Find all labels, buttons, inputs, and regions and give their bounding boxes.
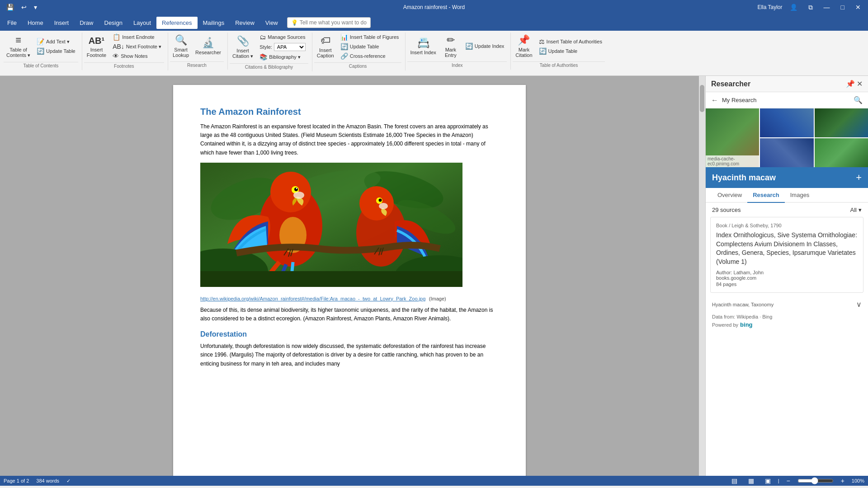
status-right: ▤ ▦ ▣ | − + 100% bbox=[728, 476, 864, 485]
menu-design[interactable]: Design bbox=[99, 17, 128, 29]
source-website: books.google.com bbox=[716, 275, 858, 281]
menu-home[interactable]: Home bbox=[22, 17, 49, 29]
view-print-button[interactable]: ▤ bbox=[728, 476, 741, 485]
minimize-button[interactable]: — bbox=[820, 3, 834, 12]
cross-reference-button[interactable]: 🔗 Cross-reference bbox=[338, 52, 402, 61]
powered-by-text: Powered by bbox=[712, 322, 738, 328]
smart-lookup-label: SmartLookup bbox=[173, 47, 189, 58]
update-table-authorities-button[interactable]: 🔄 Update Table bbox=[536, 47, 605, 56]
update-table-toc-icon: 🔄 bbox=[37, 47, 44, 55]
source-author: Author: Latham, John bbox=[716, 270, 858, 275]
researcher-header: Researcher 📌 ✕ bbox=[706, 76, 868, 92]
footnotes-buttons: AB¹ InsertFootnote 📋 Insert Endnote AB↓ … bbox=[84, 33, 164, 61]
update-index-button[interactable]: 🔄 Update Index bbox=[462, 42, 507, 51]
style-selector[interactable]: Style: APA MLA Chicago bbox=[257, 42, 308, 52]
mark-citation-button[interactable]: 📌 MarkCitation bbox=[513, 33, 535, 60]
menu-file[interactable]: File bbox=[2, 17, 22, 29]
subject-add-button[interactable]: + bbox=[856, 172, 862, 183]
menu-layout[interactable]: Layout bbox=[128, 17, 156, 29]
tags-expand-icon[interactable]: ∨ bbox=[856, 300, 862, 309]
update-table-captions-label: Update Table bbox=[350, 44, 379, 49]
researcher-search-button[interactable]: 🔍 bbox=[854, 96, 863, 104]
svg-rect-19 bbox=[200, 271, 462, 287]
menu-insert[interactable]: Insert bbox=[49, 17, 75, 29]
image-link[interactable]: http://en.wikipedia.org/wiki/Amazon_rain… bbox=[200, 296, 425, 301]
next-footnote-label: Next Footnote ▾ bbox=[126, 44, 161, 50]
insert-index-label: Insert Index bbox=[410, 50, 436, 55]
insert-footnote-icon: AB¹ bbox=[89, 36, 105, 46]
manage-sources-icon: 🗂 bbox=[259, 33, 266, 41]
researcher-button[interactable]: 🔬 Researcher bbox=[193, 35, 224, 57]
update-table-toc-button[interactable]: 🔄 Update Table bbox=[34, 47, 78, 56]
researcher-back-button[interactable]: ← bbox=[711, 96, 718, 104]
quick-access-toolbar: 💾 ↩ ▾ bbox=[4, 3, 40, 12]
account-icon[interactable]: 👤 bbox=[786, 3, 801, 12]
smart-lookup-button[interactable]: 🔍 SmartLookup bbox=[170, 33, 192, 60]
undo-button[interactable]: ↩ bbox=[19, 3, 29, 12]
lightbulb-icon: 💡 bbox=[291, 19, 298, 26]
mark-entry-button[interactable]: ✏ MarkEntry bbox=[440, 33, 462, 60]
insert-caption-button[interactable]: 🏷 InsertCaption bbox=[314, 33, 337, 60]
add-text-button[interactable]: 📝 Add Text ▾ bbox=[34, 37, 78, 46]
update-table-captions-icon: 🔄 bbox=[340, 43, 348, 50]
style-dropdown[interactable]: APA MLA Chicago bbox=[274, 43, 306, 51]
index-buttons: 📇 Insert Index ✏ MarkEntry 🔄 Update Inde… bbox=[407, 33, 507, 60]
close-button[interactable]: ✕ bbox=[852, 3, 864, 12]
save-button[interactable]: 💾 bbox=[4, 3, 17, 12]
restore-button[interactable]: ⧉ bbox=[805, 3, 816, 12]
source-card: Book / Leigh & Sotheby, 1790 Index Ornit… bbox=[710, 217, 863, 293]
citations-buttons: 📎 InsertCitation ▾ 🗂 Manage Sources Styl… bbox=[230, 33, 308, 61]
menu-view[interactable]: View bbox=[260, 17, 283, 29]
researcher-image-3 bbox=[815, 108, 868, 137]
sources-filter[interactable]: All ▾ bbox=[850, 206, 862, 213]
document-area[interactable]: The Amazon Rainforest The Amazon Rainfor… bbox=[0, 76, 699, 476]
group-index: 📇 Insert Index ✏ MarkEntry 🔄 Update Inde… bbox=[406, 33, 511, 70]
researcher-image-2 bbox=[760, 108, 813, 137]
tab-research[interactable]: Research bbox=[747, 188, 785, 203]
insert-table-figures-button[interactable]: 📊 Insert Table of Figures bbox=[338, 33, 402, 42]
ribbon-groups: ≡ Table ofContents ▾ 📝 Add Text ▾ 🔄 Upda… bbox=[0, 33, 868, 71]
status-bar: Page 1 of 2 384 words ✓ ▤ ▦ ▣ | − + 100% bbox=[0, 476, 868, 486]
researcher-close-button[interactable]: ✕ bbox=[857, 80, 863, 88]
page-info: Page 1 of 2 bbox=[4, 478, 29, 483]
tell-me-bar[interactable]: 💡 Tell me what you want to do bbox=[287, 17, 371, 28]
insert-endnote-button[interactable]: 📋 Insert Endnote bbox=[110, 33, 164, 42]
doc-scrollbar[interactable] bbox=[699, 76, 705, 476]
insert-table-authorities-button[interactable]: ⚖ Insert Table of Authorities bbox=[536, 37, 605, 46]
menu-review[interactable]: Review bbox=[230, 17, 260, 29]
researcher-pin-button[interactable]: 📌 bbox=[846, 80, 855, 88]
view-read-button[interactable]: ▣ bbox=[761, 476, 774, 485]
menu-mailings[interactable]: Mailings bbox=[198, 17, 230, 29]
manage-sources-button[interactable]: 🗂 Manage Sources bbox=[257, 33, 308, 42]
tab-overview[interactable]: Overview bbox=[712, 188, 747, 203]
insert-table-figures-icon: 📊 bbox=[340, 33, 348, 41]
zoom-out-button[interactable]: − bbox=[783, 476, 793, 485]
menu-references[interactable]: References bbox=[156, 17, 197, 29]
index-sub-buttons: 🔄 Update Index bbox=[462, 42, 507, 51]
view-web-button[interactable]: ▦ bbox=[745, 476, 758, 485]
update-table-captions-button[interactable]: 🔄 Update Table bbox=[338, 42, 402, 51]
insert-index-button[interactable]: 📇 Insert Index bbox=[407, 35, 439, 57]
show-notes-icon: 👁 bbox=[113, 52, 119, 60]
insert-footnote-button[interactable]: AB¹ InsertFootnote bbox=[84, 34, 109, 60]
customize-button[interactable]: ▾ bbox=[31, 3, 40, 12]
insert-citation-label: InsertCitation ▾ bbox=[232, 48, 253, 59]
svg-point-9 bbox=[296, 188, 297, 189]
researcher-image-3-placeholder bbox=[815, 108, 868, 137]
smart-lookup-icon: 🔍 bbox=[175, 34, 187, 46]
captions-sub-buttons: 📊 Insert Table of Figures 🔄 Update Table… bbox=[338, 33, 402, 61]
table-of-contents-button[interactable]: ≡ Table ofContents ▾ bbox=[4, 33, 33, 60]
next-footnote-button[interactable]: AB↓ Next Footnote ▾ bbox=[110, 42, 164, 51]
menu-draw[interactable]: Draw bbox=[74, 17, 99, 29]
insert-citation-button[interactable]: 📎 InsertCitation ▾ bbox=[230, 33, 256, 61]
show-notes-button[interactable]: 👁 Show Notes bbox=[110, 52, 164, 61]
zoom-in-button[interactable]: + bbox=[837, 476, 848, 485]
doc-scroll-thumb[interactable] bbox=[700, 85, 704, 112]
style-label: Style: bbox=[259, 44, 272, 50]
bibliography-button[interactable]: 📚 Bibliography ▾ bbox=[257, 52, 308, 61]
researcher-image-2-placeholder bbox=[760, 108, 813, 137]
zoom-slider[interactable] bbox=[797, 477, 834, 484]
tab-images[interactable]: Images bbox=[785, 188, 815, 203]
cross-reference-label: Cross-reference bbox=[350, 53, 386, 59]
maximize-button[interactable]: □ bbox=[837, 3, 848, 12]
